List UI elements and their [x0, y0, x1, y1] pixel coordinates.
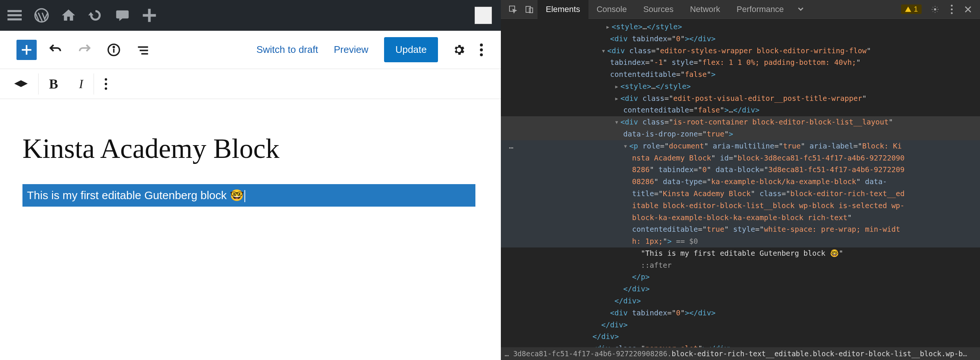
dom-tree[interactable]: ▸<style>…</style> <div tabindex="0"></di…	[501, 19, 980, 347]
tab-console[interactable]: Console	[589, 0, 635, 19]
devtools-settings-icon[interactable]	[929, 3, 941, 15]
svg-point-23	[934, 8, 936, 11]
svg-point-17	[105, 78, 107, 80]
svg-rect-0	[8, 10, 22, 12]
block-toolbar: B I	[0, 69, 501, 99]
wordpress-logo-icon[interactable]	[32, 0, 51, 31]
add-new-icon[interactable]	[140, 0, 159, 31]
tab-sources[interactable]: Sources	[635, 0, 682, 19]
settings-icon[interactable]	[450, 41, 468, 59]
italic-button[interactable]: I	[68, 69, 94, 99]
menu-icon[interactable]	[5, 0, 24, 31]
block-type-icon[interactable]	[4, 69, 38, 99]
info-button[interactable]	[103, 39, 124, 60]
tab-performance[interactable]: Performance	[729, 0, 792, 19]
svg-point-25	[951, 8, 953, 10]
redo-button[interactable]	[74, 39, 95, 60]
tab-elements[interactable]: Elements	[538, 0, 589, 19]
crumb-pre: … 3d8eca81-fc51-4f17-a4b6-927220908286.	[504, 349, 671, 358]
warnings-badge[interactable]: 1	[901, 5, 922, 14]
devtools-pane: Elements Console Sources Network Perform…	[501, 0, 980, 360]
editor-header: Switch to draft Preview Update	[0, 31, 501, 69]
comment-icon[interactable]	[113, 0, 132, 31]
inspect-icon[interactable]	[507, 3, 519, 15]
refresh-icon[interactable]	[86, 0, 105, 31]
devtools-more-icon[interactable]	[945, 3, 958, 15]
list-view-button[interactable]	[132, 39, 153, 60]
selected-block[interactable]: This is my first editable Gutenberg bloc…	[22, 184, 476, 206]
svg-point-18	[105, 83, 107, 85]
wordpress-editor-pane: Switch to draft Preview Update B I Kinst…	[0, 0, 501, 360]
undo-button[interactable]	[45, 39, 66, 60]
device-toggle-icon[interactable]	[523, 3, 535, 15]
svg-point-15	[480, 48, 483, 51]
svg-point-24	[951, 5, 953, 6]
wp-admin-bar	[0, 0, 501, 31]
warn-count: 1	[914, 5, 918, 13]
crumb-post: …	[963, 349, 967, 358]
preview-button[interactable]: Preview	[334, 44, 368, 56]
svg-point-26	[951, 12, 953, 14]
block-text: This is my first editable Gutenberg bloc…	[27, 189, 244, 202]
more-tabs-icon[interactable]	[794, 3, 806, 15]
svg-rect-21	[526, 6, 530, 12]
svg-rect-7	[22, 49, 32, 50]
text-caret	[245, 190, 245, 202]
devtools-tabs: Elements Console Sources Network Perform…	[501, 0, 980, 19]
bold-button[interactable]: B	[38, 69, 68, 99]
svg-rect-1	[8, 14, 22, 16]
devtools-close-icon[interactable]	[962, 3, 974, 15]
switch-to-draft-button[interactable]: Switch to draft	[256, 44, 318, 56]
more-options-icon[interactable]	[473, 41, 490, 59]
svg-point-14	[480, 43, 483, 46]
home-icon[interactable]	[59, 0, 78, 31]
svg-point-10	[113, 46, 115, 48]
crumb-selected: block-editor-rich-text__editable.block-e…	[671, 349, 963, 358]
update-button[interactable]: Update	[384, 37, 438, 62]
svg-rect-5	[143, 14, 156, 17]
block-more-icon[interactable]	[94, 69, 118, 99]
svg-point-16	[480, 53, 483, 56]
editor-canvas[interactable]: Kinsta Academy Block This is my first ed…	[0, 99, 501, 360]
devtools-breadcrumb[interactable]: … 3d8eca81-fc51-4f17-a4b6-927220908286.b…	[501, 347, 980, 360]
svg-point-19	[105, 87, 107, 90]
post-title[interactable]: Kinsta Academy Block	[22, 133, 478, 165]
tab-network[interactable]: Network	[682, 0, 729, 19]
avatar[interactable]	[475, 7, 492, 24]
add-block-button[interactable]	[16, 40, 37, 60]
svg-rect-2	[8, 18, 22, 21]
